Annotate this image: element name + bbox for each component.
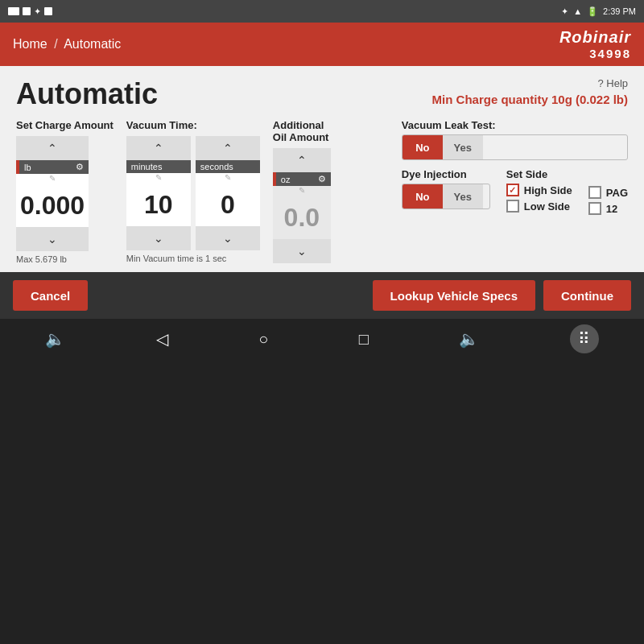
vacuum-time-group: Vacuum Time: ⌃ minutes ✎ 10 [126,119,260,263]
help-link[interactable]: ? Help [597,77,628,89]
set-side-checkboxes: ✓ High Side Low Side [506,184,572,213]
low-side-checkbox[interactable] [506,200,519,213]
oil-value[interactable]: 0.0 [273,196,331,239]
charge-spinbox: ⌃ lb ⚙ ✎ 0.000 ⌄ [16,136,89,251]
main-content: Automatic ? Help Min Charge quantity 10g… [0,66,644,272]
pag-12-checkboxes: PAG 12 [588,186,628,215]
breadcrumb-current: Automatic [64,37,121,51]
bluetooth-icon: ✦ [34,6,41,17]
dye-injection-yes[interactable]: Yes [443,184,483,208]
minutes-down-button[interactable]: ⌄ [126,226,191,250]
low-side-label: Low Side [524,200,570,213]
oil-spinboxes: ⌃ oz ⚙ ✎ 0.0 ⌄ [273,148,331,263]
seconds-value[interactable]: 0 [196,184,260,226]
charge-unit: lb [24,163,31,172]
twelve-item[interactable]: 12 [588,202,628,215]
dye-injection-toggle[interactable]: No Yes [402,184,490,209]
vacuum-leak-section: Vacuum Leak Test: No Yes [402,119,628,160]
controls-left: Set Charge Amount ⌃ lb ⚙ ✎ 0.000 [16,119,389,264]
twelve-label: 12 [606,203,617,215]
charge-spinboxes: ⌃ lb ⚙ ✎ 0.000 ⌄ [16,136,89,251]
vacuum-time-label: Vacuum Time: [126,119,197,131]
vacuum-leak-toggle[interactable]: No Yes [402,134,628,160]
vacuum-spinboxes: ⌃ minutes ✎ 10 ⌄ ⌃ [126,136,260,250]
vacuum-leak-yes[interactable]: Yes [443,135,483,159]
minutes-unit: minutes [131,162,163,171]
dye-injection-section: Dye Injection No Yes [402,168,490,209]
seconds-up-button[interactable]: ⌃ [196,136,260,160]
footer-right: Lookup Vehicle Specs Continue [373,280,631,311]
minutes-spinbox: ⌃ minutes ✎ 10 ⌄ [126,136,191,250]
minutes-unit-bar: minutes [126,160,191,173]
oil-up-button[interactable]: ⌃ [273,148,331,172]
pag-item[interactable]: PAG [588,186,628,199]
charge-display: lb ⚙ ✎ 0.000 [16,160,89,227]
min-charge-label: Min Charge quantity 10g (0.022 lb) [432,93,628,106]
dye-injection-no[interactable]: No [402,184,443,208]
set-charge-label: Set Charge Amount [16,119,114,131]
footer-bar: Cancel Lookup Vehicle Specs Continue [0,272,644,319]
lookup-vehicle-specs-button[interactable]: Lookup Vehicle Specs [373,280,535,311]
oil-label-line2: Oil Amount [273,131,329,143]
seconds-unit-bar: seconds [196,160,260,173]
seconds-down-button[interactable]: ⌄ [196,226,260,250]
oil-unit: oz [281,175,291,184]
set-side-section: Set Side ✓ High Side Low Side [506,168,572,213]
low-side-item[interactable]: Low Side [506,200,572,213]
seconds-edit-icon: ✎ [196,173,260,184]
twelve-checkbox[interactable] [588,202,601,215]
high-side-item[interactable]: ✓ High Side [506,184,572,196]
charge-value[interactable]: 0.000 [16,184,89,227]
bluetooth-status: ✦ [561,6,568,17]
dye-injection-label: Dye Injection [402,168,490,180]
vacuum-hint: Min Vacuum time is 1 sec [126,254,227,263]
minutes-value[interactable]: 10 [126,184,191,226]
wifi-status: ▲ [573,6,582,16]
charge-up-button[interactable]: ⌃ [16,136,89,160]
breadcrumb: Home / Automatic [13,37,121,52]
oil-display: oz ⚙ ✎ 0.0 [273,172,331,239]
back-icon[interactable]: ◁ [156,329,168,349]
apps-icon[interactable]: ⠿ [570,324,599,353]
oil-unit-bar: oz ⚙ [273,172,331,186]
vacuum-leak-no[interactable]: No [402,135,443,159]
seconds-display: seconds ✎ 0 [196,160,260,226]
continue-button[interactable]: Continue [543,280,631,311]
wifi-icon [23,7,31,15]
app-header: Home / Automatic Robinair 34998 [0,23,644,66]
charge-hint: Max 5.679 lb [16,254,67,264]
controls-row: Set Charge Amount ⌃ lb ⚙ ✎ 0.000 [16,119,628,264]
logo-name: Robinair [559,28,631,47]
signal-icon [8,7,19,15]
charge-down-button[interactable]: ⌄ [16,227,89,251]
minutes-up-button[interactable]: ⌃ [126,136,191,160]
page-title-row: Automatic ? Help Min Charge quantity 10g… [16,77,628,111]
volume2-icon[interactable]: 🔈 [459,329,479,349]
right-panel: Vacuum Leak Test: No Yes Dye Injection N… [402,119,628,215]
page-title: Automatic [16,77,158,111]
oil-amount-label: Additional Oil Amount [273,119,329,143]
title-right: ? Help Min Charge quantity 10g (0.022 lb… [432,77,628,106]
high-side-checkbox[interactable]: ✓ [506,184,519,196]
logo-area: Robinair 34998 [559,28,631,60]
pag-checkbox[interactable] [588,186,601,199]
logo-model: 34998 [559,47,631,60]
breadcrumb-separator: / [54,37,57,51]
oil-spinbox: ⌃ oz ⚙ ✎ 0.0 ⌄ [273,148,331,263]
cancel-button[interactable]: Cancel [13,280,88,311]
vacuum-leak-label: Vacuum Leak Test: [402,119,628,131]
oil-edit-icon: ✎ [273,186,331,196]
seconds-unit: seconds [200,162,233,171]
oil-gear-icon: ⚙ [318,174,326,184]
oil-amount-group: Additional Oil Amount ⌃ oz ⚙ ✎ [273,119,331,263]
recents-icon[interactable]: □ [359,330,369,349]
oil-down-button[interactable]: ⌄ [273,239,331,263]
minutes-display: minutes ✎ 10 [126,160,191,226]
breadcrumb-home[interactable]: Home [13,37,47,51]
volume-icon[interactable]: 🔈 [45,329,65,349]
home-icon[interactable]: ○ [258,330,268,349]
side-dye-row: Dye Injection No Yes Set Side ✓ High Sid… [402,168,628,215]
nav-bar: 🔈 ◁ ○ □ 🔈 ⠿ [0,319,644,359]
status-right: ✦ ▲ 🔋 2:39 PM [561,6,636,17]
battery-status: 🔋 [587,6,598,17]
